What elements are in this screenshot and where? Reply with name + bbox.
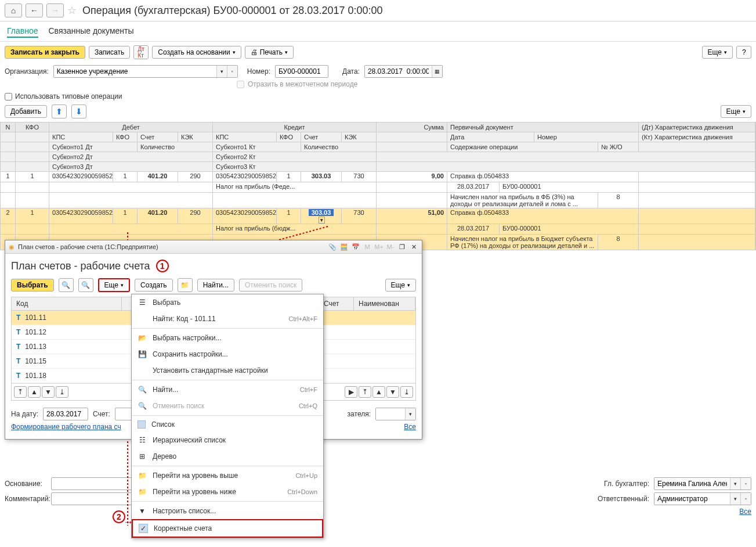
- cal-icon[interactable]: 📅: [351, 242, 360, 251]
- tab-bar: Главное Связанные документы: [0, 21, 756, 42]
- dropdown-icon[interactable]: ▾: [730, 478, 740, 490]
- move-up-icon[interactable]: ⬆: [52, 105, 67, 118]
- forward-icon[interactable]: →: [46, 3, 64, 17]
- callout-1: 1: [156, 260, 169, 272]
- all-link[interactable]: Все: [739, 508, 751, 516]
- menu-find-code[interactable]: Найти: Код - 101.11Ctrl+Alt+F: [132, 311, 323, 327]
- more-button[interactable]: Еще: [702, 46, 733, 59]
- date-input[interactable]: [365, 66, 432, 77]
- clip-icon[interactable]: 📎: [328, 242, 337, 251]
- optional-input[interactable]: [376, 408, 405, 420]
- menu-list[interactable]: Список: [132, 417, 323, 432]
- save-button[interactable]: Записать: [89, 46, 130, 59]
- kt-account-selected[interactable]: 303.03 ▾: [301, 208, 342, 224]
- print-button[interactable]: 🖨 Печать: [245, 46, 294, 59]
- dropdown-icon[interactable]: ▾: [216, 66, 227, 77]
- modal-link[interactable]: Формирование рабочего плана сч: [11, 423, 121, 431]
- open-icon[interactable]: ▫: [227, 66, 237, 77]
- menu-hier-list[interactable]: ☷Иерархический список: [132, 432, 323, 448]
- gl-buh-combo[interactable]: ▾ ▫: [654, 477, 751, 490]
- nav-play-icon[interactable]: ▶: [345, 386, 357, 398]
- num-label: Номер:: [247, 67, 270, 75]
- resp-input[interactable]: [654, 493, 730, 505]
- favorite-icon[interactable]: ☆: [67, 4, 77, 17]
- create-based-button[interactable]: Создать на основании: [152, 46, 241, 59]
- dropdown-icon[interactable]: ▾: [730, 493, 740, 505]
- modal-more-button[interactable]: Еще: [98, 278, 130, 292]
- restore-icon[interactable]: ❐: [397, 242, 407, 251]
- modal-cancel-search-button[interactable]: Отменить поиск: [239, 279, 302, 292]
- close-icon[interactable]: ✕: [409, 242, 418, 251]
- dtkt-icon[interactable]: ДтКт: [133, 45, 149, 59]
- calendar-icon[interactable]: ▦: [432, 66, 442, 77]
- table-row[interactable]: 1 1 03054230290059852 1 401.20 290 03054…: [0, 172, 756, 182]
- modal-wnd-title: План счетов - рабочие счета (1С:Предприя…: [18, 243, 158, 250]
- folder-icon[interactable]: 📁: [178, 278, 193, 292]
- nav-first-icon[interactable]: ⤒: [14, 386, 27, 398]
- nav-up-icon[interactable]: ▲: [28, 386, 41, 398]
- modal-titlebar[interactable]: ◉ План счетов - рабочие счета (1С:Предпр…: [5, 240, 422, 254]
- menu-cancel-search[interactable]: 🔍Отменить поискCtrl+Q: [132, 398, 323, 414]
- grid-subheader-1: КПС КФО Счет КЭК КПС КФО Счет КЭК Дата Н…: [0, 132, 756, 142]
- resp-combo[interactable]: ▾ ▫: [654, 492, 751, 505]
- m-icon[interactable]: M: [363, 242, 372, 251]
- table-row[interactable]: 2 1 03054230290059852 1 401.20 290 03054…: [0, 208, 756, 224]
- magnify-cancel-icon[interactable]: 🔍: [78, 278, 93, 292]
- org-input[interactable]: [54, 66, 216, 77]
- nav-last2-icon[interactable]: ⤓: [400, 386, 413, 398]
- menu-level-down[interactable]: 📁Перейти на уровень нижеCtrl+Down: [132, 484, 323, 500]
- table-row[interactable]: Налог на прибыль (бюдж... 28.03.2017 БУ0…: [0, 224, 756, 235]
- menu-configure[interactable]: ▼Настроить список...: [132, 503, 323, 519]
- help-button[interactable]: ?: [736, 46, 751, 59]
- dropdown-icon[interactable]: ▾: [405, 408, 415, 420]
- tab-linked[interactable]: Связанные документы: [49, 25, 134, 38]
- menu-tree[interactable]: ⊞Дерево: [132, 448, 323, 465]
- grid-more-button[interactable]: Еще: [721, 105, 751, 118]
- date-combo[interactable]: ▦: [364, 65, 443, 78]
- m-plus-icon[interactable]: M+: [374, 242, 384, 251]
- menu-std-settings[interactable]: Установить стандартные настройки: [132, 362, 323, 379]
- menu-correct-accounts[interactable]: ✓Корректные счета: [132, 519, 323, 538]
- menu-pick-settings[interactable]: 📂Выбрать настройки...: [132, 330, 323, 346]
- table-row[interactable]: Налог на прибыль (Феде... 28.03.2017 БУ0…: [0, 182, 756, 193]
- magnify-icon[interactable]: 🔍: [59, 278, 74, 292]
- menu-find[interactable]: 🔍Найти...Ctrl+F: [132, 382, 323, 398]
- nav-first2-icon[interactable]: ⤒: [359, 386, 371, 398]
- modal-acct-input[interactable]: [115, 408, 132, 420]
- menu-select[interactable]: ☰Выбрать: [132, 294, 323, 311]
- col-kfo-kt: КФО: [277, 132, 301, 142]
- calc-icon[interactable]: 🧮: [339, 242, 349, 251]
- nav-last-icon[interactable]: ⤓: [56, 386, 68, 398]
- gl-buh-input[interactable]: [654, 478, 730, 490]
- back-icon[interactable]: ←: [26, 3, 43, 17]
- comment-input[interactable]: [51, 492, 138, 505]
- typical-ops-checkbox[interactable]: [5, 93, 12, 100]
- nav-down2-icon[interactable]: ▼: [386, 386, 399, 398]
- nav-down-icon[interactable]: ▼: [42, 386, 55, 398]
- add-button[interactable]: Добавить: [5, 105, 47, 118]
- table-row[interactable]: Начислен налог на прибыль в ФБ (3%) на д…: [0, 193, 756, 208]
- optional-combo[interactable]: ▾: [375, 408, 416, 420]
- move-down-icon[interactable]: ⬇: [71, 105, 86, 118]
- modal-all-link[interactable]: Все: [404, 423, 416, 431]
- col-s3dt: Субконто3 Дт: [49, 162, 213, 171]
- m-minus-icon[interactable]: M-: [386, 242, 395, 251]
- tab-main[interactable]: Главное: [7, 25, 38, 38]
- modal-create-button[interactable]: Создать: [135, 279, 173, 292]
- osnovanie-input[interactable]: [51, 477, 138, 490]
- nav-up2-icon[interactable]: ▲: [372, 386, 385, 398]
- dropdown-icon[interactable]: ▾: [319, 217, 325, 224]
- modal-more2-button[interactable]: Еще: [385, 279, 416, 292]
- org-combo[interactable]: ▾ ▫: [53, 65, 238, 78]
- modal-date-input[interactable]: [43, 408, 88, 420]
- num-input[interactable]: [276, 66, 328, 77]
- open-icon[interactable]: ▫: [740, 493, 751, 505]
- open-icon[interactable]: ▫: [740, 478, 751, 490]
- modal-find-button[interactable]: Найти...: [197, 279, 234, 292]
- menu-level-up[interactable]: 📁Перейти на уровень вышеCtrl+Up: [132, 467, 323, 484]
- home-icon[interactable]: ⌂: [5, 3, 22, 17]
- menu-save-settings[interactable]: 💾Сохранить настройки...: [132, 346, 323, 362]
- modal-select-button[interactable]: Выбрать: [11, 279, 54, 292]
- save-close-button[interactable]: Записать и закрыть: [5, 46, 85, 59]
- num-combo[interactable]: [275, 65, 328, 78]
